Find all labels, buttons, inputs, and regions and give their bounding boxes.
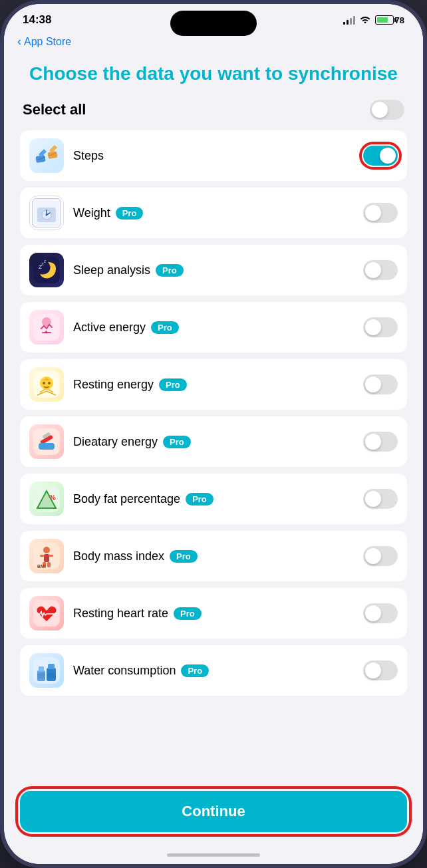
weight-icon xyxy=(29,196,64,230)
weight-label-area: Weight Pro xyxy=(73,206,363,220)
active-label-area: Active energy Pro xyxy=(73,321,363,335)
bottom-area: Continue xyxy=(4,783,423,845)
list-item: Water consumption Pro xyxy=(20,645,407,696)
svg-text:BMI: BMI xyxy=(37,564,46,569)
item-label: Weight xyxy=(73,206,110,220)
list-item: Resting heart rate Pro xyxy=(20,588,407,639)
item-label: Sleep analysis xyxy=(73,263,150,277)
rhr-icon xyxy=(29,596,64,631)
sleep-label-area: Sleep analysis Pro xyxy=(73,263,363,277)
svg-rect-34 xyxy=(40,555,45,557)
list-item: ✦ Active energy Pro xyxy=(20,302,407,353)
list-item: BMI Body mass index Pro xyxy=(20,531,407,581)
list-item: Steps xyxy=(20,130,407,181)
svg-point-10 xyxy=(46,214,48,216)
pro-badge: Pro xyxy=(186,493,214,506)
select-all-toggle[interactable] xyxy=(370,100,404,120)
svg-point-20 xyxy=(43,382,45,384)
svg-text:%: % xyxy=(49,494,56,502)
svg-point-21 xyxy=(48,382,51,384)
item-label: Body fat percentage xyxy=(73,492,180,506)
svg-rect-46 xyxy=(47,673,56,678)
water-toggle[interactable] xyxy=(363,660,398,680)
pro-badge: Pro xyxy=(116,207,144,219)
svg-rect-45 xyxy=(48,664,55,669)
item-label: Steps xyxy=(73,149,104,163)
bmi-toggle[interactable] xyxy=(363,546,398,566)
dynamic-island xyxy=(170,11,257,36)
svg-point-32 xyxy=(43,547,50,553)
item-label: Body mass index xyxy=(73,549,164,563)
list-item: Z Z Z Sleep analysis Pro xyxy=(20,245,407,295)
svg-rect-25 xyxy=(39,443,55,450)
screen: 14:38 78 ‹ xyxy=(4,4,423,864)
rhr-toggle[interactable] xyxy=(363,603,398,623)
home-bar xyxy=(167,853,260,857)
pro-badge: Pro xyxy=(151,321,179,334)
pro-badge: Pro xyxy=(163,436,191,448)
list-item: Resting energy Pro xyxy=(20,359,407,410)
item-label: Resting heart rate xyxy=(73,607,168,621)
svg-text:Z: Z xyxy=(44,259,46,263)
sleep-toggle[interactable] xyxy=(363,260,398,280)
dietary-icon xyxy=(29,424,64,459)
select-all-label: Select all xyxy=(23,101,86,118)
back-chevron-icon: ‹ xyxy=(17,35,21,49)
svg-rect-33 xyxy=(44,554,49,562)
battery-indicator: 78 xyxy=(375,15,404,25)
list-item: % Body fat percentage Pro xyxy=(20,474,407,524)
phone-frame: 14:38 78 ‹ xyxy=(0,0,427,868)
water-icon xyxy=(29,653,64,688)
status-time: 14:38 xyxy=(23,13,51,27)
content-area: Choose the data you want to synchronise … xyxy=(4,55,423,783)
bmi-label-area: Body mass index Pro xyxy=(73,549,363,563)
items-list: Steps xyxy=(20,130,407,701)
dietary-toggle[interactable] xyxy=(363,432,398,452)
bodyfat-icon: % xyxy=(29,482,64,516)
svg-rect-11 xyxy=(33,257,60,283)
steps-toggle-thumb xyxy=(380,148,396,164)
item-label: Dieatary energy xyxy=(73,435,158,449)
pro-badge: Pro xyxy=(156,264,184,277)
steps-label-area: Steps xyxy=(73,149,363,163)
wifi-icon xyxy=(359,15,371,25)
rhr-label-area: Resting heart rate Pro xyxy=(73,607,363,621)
pro-badge: Pro xyxy=(159,378,187,391)
item-label: Active energy xyxy=(73,321,146,335)
select-all-row: Select all xyxy=(20,100,407,120)
home-indicator xyxy=(4,845,423,864)
status-icons: 78 xyxy=(343,15,404,25)
steps-icon xyxy=(29,138,64,173)
active-toggle[interactable] xyxy=(363,317,398,337)
continue-button[interactable]: Continue xyxy=(20,791,407,832)
svg-rect-37 xyxy=(47,562,51,567)
svg-text:✦: ✦ xyxy=(44,329,49,335)
weight-toggle[interactable] xyxy=(363,203,398,223)
back-button[interactable]: ‹ App Store xyxy=(17,35,71,49)
pro-badge: Pro xyxy=(174,607,202,620)
resting-energy-icon xyxy=(29,367,64,402)
back-label: App Store xyxy=(24,36,71,48)
dietary-label-area: Dieatary energy Pro xyxy=(73,435,363,449)
signal-icon xyxy=(343,15,355,25)
resting-label-area: Resting energy Pro xyxy=(73,378,363,392)
svg-rect-42 xyxy=(39,666,44,672)
pro-badge: Pro xyxy=(170,550,198,563)
select-all-thumb xyxy=(372,102,388,118)
pro-badge: Pro xyxy=(181,664,209,677)
water-label-area: Water consumption Pro xyxy=(73,664,363,678)
svg-rect-35 xyxy=(49,555,53,557)
active-energy-icon: ✦ xyxy=(29,310,64,345)
bodyfat-label-area: Body fat percentage Pro xyxy=(73,492,363,506)
item-label: Water consumption xyxy=(73,664,176,678)
steps-toggle[interactable] xyxy=(363,146,398,166)
svg-rect-43 xyxy=(37,673,45,678)
continue-btn-wrapper: Continue xyxy=(20,791,407,832)
item-label: Resting energy xyxy=(73,378,154,392)
sleep-icon: Z Z Z xyxy=(29,253,64,287)
list-item: Dieatary energy Pro xyxy=(20,416,407,467)
list-item: Weight Pro xyxy=(20,188,407,238)
bodyfat-toggle[interactable] xyxy=(363,489,398,509)
resting-toggle[interactable] xyxy=(363,374,398,394)
page-title: Choose the data you want to synchronise xyxy=(20,62,407,85)
